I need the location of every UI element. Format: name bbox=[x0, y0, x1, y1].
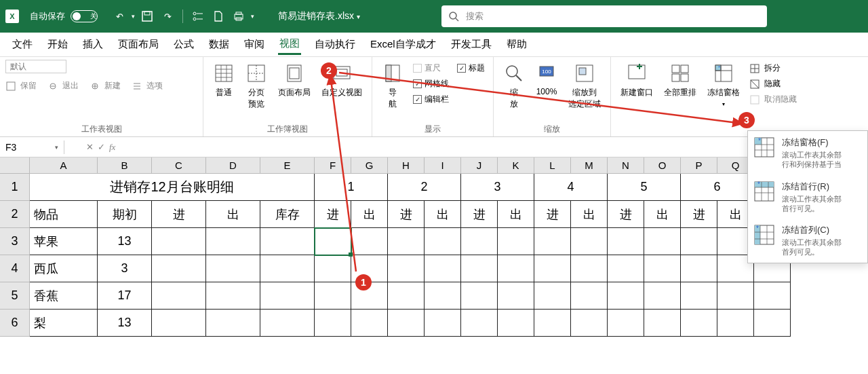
zoom-button[interactable]: 缩 放 bbox=[499, 60, 529, 113]
cell[interactable] bbox=[644, 282, 681, 310]
undo-icon[interactable]: ↶ bbox=[111, 8, 127, 24]
row-header-3[interactable]: 3 bbox=[0, 228, 30, 255]
col-header-E[interactable]: E bbox=[260, 157, 315, 174]
cell[interactable] bbox=[461, 282, 498, 310]
toggle-switch[interactable]: 关 bbox=[71, 10, 98, 22]
tab-developer[interactable]: 开发工具 bbox=[450, 35, 493, 54]
cell[interactable] bbox=[534, 310, 571, 337]
options-button[interactable]: 选项 bbox=[132, 80, 163, 92]
cell[interactable] bbox=[608, 310, 644, 337]
col-header-N[interactable]: N bbox=[608, 157, 644, 174]
day-header-cell[interactable]: 5 bbox=[608, 174, 681, 201]
cell[interactable] bbox=[608, 282, 644, 310]
cell[interactable] bbox=[608, 255, 644, 282]
normal-view-button[interactable]: 普通 bbox=[209, 60, 239, 101]
new-file-icon[interactable] bbox=[210, 8, 226, 24]
col-header-D[interactable]: D bbox=[206, 157, 260, 174]
cell[interactable] bbox=[152, 282, 206, 310]
cell[interactable] bbox=[152, 310, 206, 337]
cell[interactable] bbox=[498, 255, 534, 282]
row-header-5[interactable]: 5 bbox=[0, 282, 30, 310]
cell[interactable] bbox=[644, 310, 681, 337]
header-cell[interactable]: 物品 bbox=[30, 201, 98, 228]
navigation-button[interactable]: 导 航 bbox=[378, 60, 408, 113]
cell[interactable]: 3 bbox=[98, 255, 152, 282]
cell[interactable] bbox=[571, 282, 608, 310]
cell[interactable] bbox=[681, 282, 717, 310]
headings-checkbox[interactable]: ✓标题 bbox=[457, 62, 485, 74]
header-cell[interactable]: 进 bbox=[534, 201, 571, 228]
cell[interactable] bbox=[717, 282, 754, 310]
row-header-4[interactable]: 4 bbox=[0, 255, 30, 282]
col-header-O[interactable]: O bbox=[644, 157, 681, 174]
cell[interactable] bbox=[425, 255, 461, 282]
arrange-all-button[interactable]: 全部重排 bbox=[660, 60, 701, 101]
cell[interactable] bbox=[425, 282, 461, 310]
header-cell[interactable]: 进 bbox=[152, 201, 206, 228]
tab-page-layout[interactable]: 页面布局 bbox=[117, 35, 160, 54]
cell[interactable] bbox=[498, 228, 534, 255]
print-preview-icon[interactable] bbox=[231, 8, 247, 24]
page-break-button[interactable]: 分页 预览 bbox=[241, 60, 271, 113]
tab-file[interactable]: 文件 bbox=[11, 35, 34, 54]
cell[interactable] bbox=[461, 228, 498, 255]
day-header-cell[interactable]: 2 bbox=[388, 174, 461, 201]
sheet-view-default[interactable] bbox=[5, 60, 66, 73]
cell[interactable] bbox=[388, 310, 425, 337]
gridlines-checkbox[interactable]: ✓网格线 bbox=[413, 78, 449, 90]
confirm-icon[interactable]: ✓ bbox=[98, 142, 105, 152]
cell[interactable] bbox=[571, 228, 608, 255]
cell[interactable] bbox=[571, 255, 608, 282]
header-cell[interactable]: 出 bbox=[644, 201, 681, 228]
exit-button[interactable]: 退出 bbox=[47, 80, 79, 92]
cell[interactable] bbox=[260, 282, 315, 310]
cell[interactable] bbox=[260, 310, 315, 337]
day-header-cell[interactable]: 4 bbox=[534, 174, 608, 201]
col-header-B[interactable]: B bbox=[98, 157, 152, 174]
header-cell[interactable]: 期初 bbox=[98, 201, 152, 228]
cell[interactable] bbox=[681, 310, 717, 337]
col-header-F[interactable]: F bbox=[315, 157, 351, 174]
cell[interactable]: 苹果 bbox=[30, 228, 98, 255]
tab-formulas[interactable]: 公式 bbox=[172, 35, 195, 54]
cell[interactable] bbox=[388, 282, 425, 310]
cell[interactable] bbox=[425, 228, 461, 255]
cell[interactable] bbox=[351, 228, 388, 255]
cell[interactable] bbox=[260, 228, 315, 255]
touch-mode-icon[interactable] bbox=[190, 8, 206, 24]
col-header-L[interactable]: L bbox=[534, 157, 571, 174]
keep-button[interactable]: 保留 bbox=[5, 80, 37, 92]
tab-excel-learn[interactable]: Excel自学成才 bbox=[369, 35, 437, 54]
header-cell[interactable]: 出 bbox=[425, 201, 461, 228]
col-header-P[interactable]: P bbox=[681, 157, 717, 174]
cell[interactable] bbox=[534, 255, 571, 282]
formula-bar-checkbox[interactable]: ✓编辑栏 bbox=[413, 94, 449, 105]
cell[interactable] bbox=[315, 255, 351, 282]
redo-icon[interactable]: ↷ bbox=[159, 8, 176, 24]
cell[interactable] bbox=[206, 282, 260, 310]
freeze-panes-button[interactable]: * 冻结窗格 ▾ bbox=[703, 60, 744, 110]
cell[interactable] bbox=[754, 282, 791, 310]
cell[interactable] bbox=[315, 228, 351, 255]
row-header-2[interactable]: 2 bbox=[0, 201, 30, 228]
cell[interactable] bbox=[315, 282, 351, 310]
cell[interactable] bbox=[260, 255, 315, 282]
header-cell[interactable]: 库存 bbox=[260, 201, 315, 228]
col-header-M[interactable]: M bbox=[571, 157, 608, 174]
tab-help[interactable]: 帮助 bbox=[505, 35, 528, 54]
cell[interactable] bbox=[388, 255, 425, 282]
header-cell[interactable]: 出 bbox=[498, 201, 534, 228]
cell[interactable] bbox=[152, 255, 206, 282]
tab-home[interactable]: 开始 bbox=[46, 35, 69, 54]
zoom-100-button[interactable]: 100 100% bbox=[532, 60, 561, 99]
cell[interactable]: 香蕉 bbox=[30, 282, 98, 310]
row-header-1[interactable]: 1 bbox=[0, 174, 30, 201]
cell[interactable] bbox=[152, 228, 206, 255]
cell[interactable] bbox=[498, 310, 534, 337]
cell[interactable] bbox=[206, 228, 260, 255]
insert-function-icon[interactable]: fx bbox=[109, 142, 115, 153]
col-header-G[interactable]: G bbox=[351, 157, 388, 174]
page-layout-button[interactable]: 页面布局 bbox=[274, 60, 315, 101]
cell[interactable] bbox=[608, 228, 644, 255]
cancel-icon[interactable]: ✕ bbox=[86, 142, 94, 152]
